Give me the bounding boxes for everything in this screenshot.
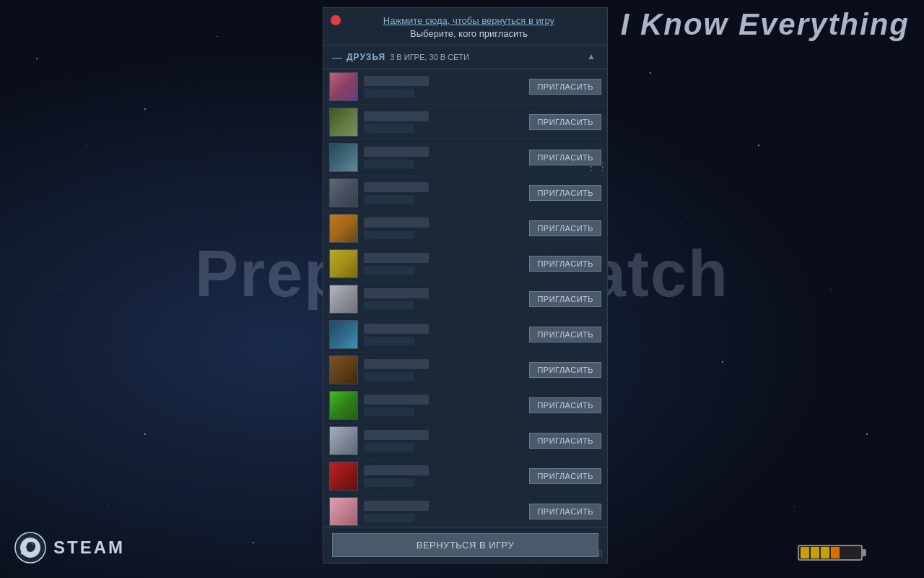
- list-item: ПРИГЛАСИТЬ: [323, 282, 607, 317]
- steam-label: STEAM: [53, 538, 125, 558]
- steam-logo: STEAM: [14, 532, 125, 564]
- friend-game: [364, 160, 414, 168]
- friend-name: [364, 182, 429, 192]
- resize-handle-right[interactable]: ⋮⋮: [585, 160, 609, 173]
- list-item: ПРИГЛАСИТЬ: [323, 105, 607, 140]
- friend-info: [364, 501, 529, 522]
- return-to-game-button[interactable]: ВЕРНУТЬСЯ В ИГРУ: [332, 533, 598, 557]
- friend-game: [364, 301, 414, 310]
- friend-name: [364, 430, 429, 440]
- collapse-icon[interactable]: —: [332, 51, 342, 63]
- friend-name: [364, 253, 429, 263]
- friend-info: [364, 465, 529, 487]
- invite-button[interactable]: ПРИГЛАСИТЬ: [529, 504, 601, 519]
- steam-overlay-panel: ⋮⋮ ⠿ Нажмите сюда, чтобы вернуться в игр…: [323, 7, 608, 564]
- friend-info: [364, 76, 529, 98]
- avatar: [329, 497, 358, 526]
- list-item: ПРИГЛАСИТЬ: [323, 353, 607, 388]
- close-button[interactable]: [331, 15, 341, 25]
- friend-info: [364, 394, 529, 416]
- friend-name: [364, 394, 429, 405]
- friend-info: [364, 111, 529, 133]
- steam-icon: [14, 532, 46, 564]
- invite-button[interactable]: ПРИГЛАСИТЬ: [529, 114, 601, 130]
- invite-button[interactable]: ПРИГЛАСИТЬ: [529, 185, 601, 201]
- friend-info: [364, 288, 529, 310]
- friend-game: [364, 443, 414, 452]
- overlay-header: Нажмите сюда, чтобы вернуться в игру Выб…: [323, 8, 607, 46]
- friend-info: [364, 147, 529, 168]
- friend-game: [364, 372, 414, 381]
- invite-button[interactable]: ПРИГЛАСИТЬ: [529, 256, 601, 272]
- list-item: ПРИГЛАСИТЬ: [323, 176, 607, 211]
- friend-game: [364, 478, 414, 487]
- friend-name: [364, 288, 429, 298]
- friend-game: [364, 195, 414, 204]
- friend-game: [364, 230, 414, 239]
- battery-seg-1: [801, 547, 809, 558]
- friend-name: [364, 147, 429, 157]
- resize-handle-bottom[interactable]: ⠿: [597, 549, 603, 559]
- battery-tip: [863, 549, 866, 556]
- friend-info: [364, 217, 529, 239]
- friends-title-area: — ДРУЗЬЯ 3 В ИГРЕ, 30 В СЕТИ: [332, 51, 469, 63]
- avatar: [329, 426, 358, 455]
- avatar: [329, 143, 358, 172]
- battery-indicator: [798, 545, 866, 561]
- friend-name: [364, 111, 429, 121]
- battery-seg-2: [811, 547, 819, 558]
- battery-seg-6: [851, 547, 860, 558]
- friend-game: [364, 89, 414, 98]
- avatar: [329, 214, 358, 243]
- avatar: [329, 320, 358, 349]
- invite-button[interactable]: ПРИГЛАСИТЬ: [529, 327, 601, 342]
- overlay-footer: ВЕРНУТЬСЯ В ИГРУ: [323, 527, 607, 563]
- friend-name: [364, 465, 429, 475]
- invite-button[interactable]: ПРИГЛАСИТЬ: [529, 397, 601, 413]
- list-item: ПРИГЛАСИТЬ: [323, 459, 607, 494]
- avatar: [329, 249, 358, 278]
- friend-info: [364, 182, 529, 204]
- friend-game: [364, 124, 414, 133]
- battery-seg-5: [841, 547, 850, 558]
- friend-info: [364, 324, 529, 345]
- invite-button[interactable]: ПРИГЛАСИТЬ: [529, 362, 601, 378]
- friend-name: [364, 324, 429, 334]
- invite-button[interactable]: ПРИГЛАСИТЬ: [529, 220, 601, 236]
- list-item: ПРИГЛАСИТЬ: [323, 317, 607, 353]
- list-item: ПРИГЛАСИТЬ: [323, 140, 607, 176]
- friend-name: [364, 501, 429, 511]
- avatar: [329, 391, 358, 420]
- list-item: ПРИГЛАСИТЬ: [323, 494, 607, 527]
- battery-body: [798, 545, 863, 561]
- friend-name: [364, 76, 429, 86]
- friends-count: 3 В ИГРЕ, 30 В СЕТИ: [390, 53, 469, 61]
- friend-game: [364, 407, 414, 416]
- friends-list[interactable]: ПРИГЛАСИТЬ ПРИГЛАСИТЬ ПРИГЛАСИТЬ: [323, 69, 607, 527]
- friend-game: [364, 514, 414, 522]
- friends-title: ДРУЗЬЯ: [346, 52, 385, 62]
- list-item: ПРИГЛАСИТЬ: [323, 69, 607, 105]
- avatar: [329, 178, 358, 207]
- click-to-return-link[interactable]: Нажмите сюда, чтобы вернуться в игру: [345, 15, 593, 26]
- friend-game: [364, 337, 414, 345]
- avatar: [329, 355, 358, 384]
- list-item: ПРИГЛАСИТЬ: [323, 388, 607, 423]
- friend-info: [364, 359, 529, 381]
- avatar: [329, 285, 358, 314]
- invite-button[interactable]: ПРИГЛАСИТЬ: [529, 468, 601, 484]
- game-title: I Know Everything: [606, 0, 924, 49]
- list-item: ПРИГЛАСИТЬ: [323, 211, 607, 246]
- friends-section: — ДРУЗЬЯ 3 В ИГРЕ, 30 В СЕТИ ▲ ПРИГЛАСИТ…: [323, 46, 607, 527]
- friend-name: [364, 217, 429, 228]
- scroll-up-button[interactable]: ▲: [587, 51, 598, 63]
- invite-button[interactable]: ПРИГЛАСИТЬ: [529, 433, 601, 449]
- list-item: ПРИГЛАСИТЬ: [323, 423, 607, 459]
- invite-button[interactable]: ПРИГЛАСИТЬ: [529, 79, 601, 95]
- friend-info: [364, 253, 529, 275]
- avatar: [329, 462, 358, 491]
- list-item: ПРИГЛАСИТЬ: [323, 246, 607, 282]
- friend-game: [364, 266, 414, 275]
- invite-button[interactable]: ПРИГЛАСИТЬ: [529, 291, 601, 307]
- friends-header: — ДРУЗЬЯ 3 В ИГРЕ, 30 В СЕТИ ▲: [323, 46, 607, 69]
